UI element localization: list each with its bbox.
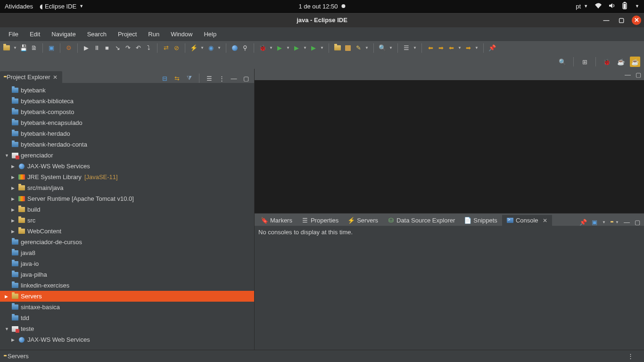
activities-button[interactable]: Atividades	[5, 3, 33, 10]
twisty-icon[interactable]: ▶	[11, 337, 16, 342]
twisty-icon[interactable]: ▼	[5, 327, 9, 331]
tree-item[interactable]: java8	[0, 247, 254, 258]
skip-breakpoints-icon[interactable]: ⊘	[173, 44, 180, 52]
debug-perspective-icon[interactable]: 🐞	[602, 57, 612, 67]
clock[interactable]: 1 de out 12:50	[298, 3, 338, 10]
tree-item[interactable]: ▶JAX-WS Web Services	[0, 334, 254, 345]
minimize-view-icon[interactable]: —	[230, 74, 238, 82]
tree-item[interactable]: bytebank-herdado	[0, 128, 254, 139]
tree-item[interactable]: ▶Servers	[0, 291, 254, 302]
menu-run[interactable]: Run	[143, 29, 164, 40]
debug-icon[interactable]: 🐞	[259, 44, 266, 52]
tree-item[interactable]: linkedin-exercises	[0, 280, 254, 291]
close-button[interactable]: ✕	[632, 16, 641, 25]
pin-icon[interactable]: 📌	[488, 44, 496, 52]
quick-access-icon[interactable]: 🔍	[557, 57, 568, 67]
minimize-view-icon[interactable]: —	[625, 71, 631, 78]
search-icon[interactable]: 🔍	[379, 44, 386, 52]
nav-back-icon[interactable]: ⬅	[447, 44, 455, 52]
twisty-icon[interactable]: ▶	[11, 229, 16, 234]
debug-pause-icon[interactable]: ⏸	[93, 44, 100, 52]
menu-search[interactable]: Search	[83, 29, 111, 40]
chevron-down-icon[interactable]: ▼	[602, 220, 606, 224]
twisty-icon[interactable]: ▶	[11, 186, 16, 190]
chevron-down-icon[interactable]: ▼	[615, 220, 619, 224]
chevron-down-icon[interactable]: ▼	[389, 46, 393, 50]
open-browser-icon[interactable]	[231, 44, 239, 52]
tree-item[interactable]: ▶src	[0, 215, 254, 226]
chevron-down-icon[interactable]: ▼	[303, 46, 307, 50]
chevron-down-icon[interactable]: ▼	[269, 46, 273, 50]
forward-icon[interactable]: ➡	[437, 44, 445, 52]
pin-console-icon[interactable]: 📌	[579, 219, 587, 226]
twisty-icon[interactable]: ▶	[5, 294, 9, 299]
close-icon[interactable]: ✕	[543, 217, 547, 224]
new-class-icon[interactable]: ✎	[355, 44, 362, 52]
minimize-button[interactable]: —	[602, 16, 611, 25]
twisty-icon[interactable]: ▶	[11, 164, 16, 169]
run-last-icon[interactable]: ▶	[310, 44, 317, 52]
tab-markers[interactable]: 🔖 Markers	[256, 215, 297, 226]
chevron-down-icon[interactable]: ▼	[365, 46, 369, 50]
step-return-icon[interactable]: ↶	[134, 44, 142, 52]
menu-file[interactable]: File	[4, 29, 23, 40]
link-icon[interactable]: ⇄	[162, 44, 170, 52]
twisty-icon[interactable]: ▶	[11, 218, 16, 223]
tree-item[interactable]: ▶JRE System Library [JavaSE-11]	[0, 172, 254, 182]
wifi-icon[interactable]	[594, 3, 602, 10]
tree-item[interactable]: bytebank	[0, 85, 254, 96]
new-package-icon[interactable]	[344, 44, 352, 52]
tab-properties[interactable]: ☰ Properties	[297, 215, 343, 226]
nav-forward-icon[interactable]: ➡	[464, 44, 472, 52]
toggle-breadcrumb-icon[interactable]: ▣	[48, 44, 55, 52]
tree-item[interactable]: bytebank-encapsulado	[0, 117, 254, 128]
step-over-icon[interactable]: ↷	[124, 44, 132, 52]
display-console-icon[interactable]: ▣	[592, 219, 597, 226]
menu-navigate[interactable]: Navigate	[47, 29, 80, 40]
drop-to-frame-icon[interactable]: ⤵	[145, 44, 152, 52]
twisty-icon[interactable]: ▶	[11, 207, 16, 212]
tab-snippets[interactable]: 📄 Snippets	[460, 215, 502, 226]
menu-window[interactable]: Window	[166, 29, 197, 40]
tree-item[interactable]: bytebank-biblioteca	[0, 96, 254, 107]
close-icon[interactable]: ✕	[53, 74, 58, 81]
menu-project[interactable]: Project	[113, 29, 141, 40]
maximize-view-icon[interactable]: ▢	[242, 74, 250, 82]
twisty-icon[interactable]: ▶	[11, 197, 16, 201]
debug-resume-icon[interactable]: ▶	[83, 44, 90, 52]
chevron-down-icon[interactable]: ▼	[458, 46, 462, 50]
menu-edit[interactable]: Edit	[25, 29, 45, 40]
tree-item[interactable]: gerenciador-de-cursos	[0, 237, 254, 247]
open-task-icon[interactable]: ☰	[403, 44, 410, 52]
coverage-icon[interactable]: ▶	[293, 44, 300, 52]
chevron-down-icon[interactable]: ▼	[217, 46, 221, 50]
tab-servers[interactable]: ⚡ Servers	[343, 215, 383, 226]
chevron-down-icon[interactable]: ▼	[413, 46, 417, 50]
tree-item[interactable]: ▼teste	[0, 323, 254, 334]
tree-item[interactable]: ▶JAX-WS Web Services	[0, 161, 254, 172]
tab-project-explorer[interactable]: Project Explorer ✕	[0, 71, 62, 83]
save-all-icon[interactable]: 🗎	[30, 44, 38, 52]
save-icon[interactable]: 💾	[20, 44, 27, 52]
run-icon[interactable]: ▶	[276, 44, 283, 52]
focus-task-icon[interactable]: ☰	[205, 74, 214, 82]
step-into-icon[interactable]: ↘	[114, 44, 121, 52]
battery-icon[interactable]	[622, 2, 627, 11]
minimize-view-icon[interactable]: —	[624, 219, 630, 226]
tree-item[interactable]: ▶WebContent	[0, 226, 254, 237]
tree-item[interactable]: bytebank-composto	[0, 107, 254, 117]
maximize-view-icon[interactable]: ▢	[636, 71, 641, 78]
tree-item[interactable]: sintaxe-basica	[0, 302, 254, 313]
jee-perspective-icon[interactable]: ☕	[630, 57, 640, 67]
tree-item[interactable]: tdd	[0, 313, 254, 323]
tree-item[interactable]: ▶src/main/java	[0, 182, 254, 193]
input-language[interactable]: pt ▼	[576, 3, 588, 10]
view-menu-icon[interactable]: ⋮	[627, 353, 634, 360]
project-tree[interactable]: bytebankbytebank-bibliotecabytebank-comp…	[0, 83, 254, 350]
tree-item[interactable]: java-pilha	[0, 269, 254, 280]
collapse-all-icon[interactable]: ⊟	[160, 74, 169, 82]
app-indicator[interactable]: ◖ Eclipse IDE ▼	[40, 3, 83, 10]
chevron-down-icon[interactable]: ▼	[286, 46, 290, 50]
tree-item[interactable]: ▶Server Runtime [Apache Tomcat v10.0]	[0, 193, 254, 204]
tab-console[interactable]: Console ✕	[502, 215, 552, 226]
